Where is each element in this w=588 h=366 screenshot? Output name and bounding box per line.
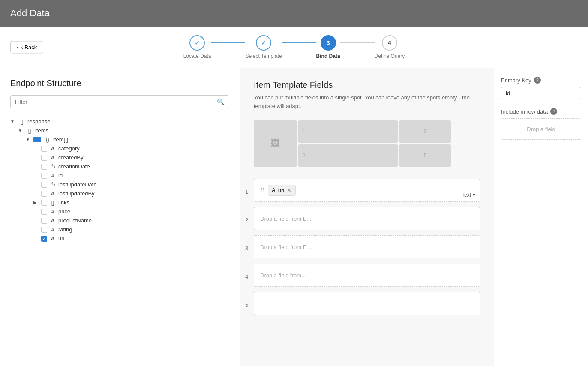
field-row-5[interactable] [254, 292, 480, 315]
main-content: Endpoint Structure 🔍 ▼ {} response ▼ [] … [0, 68, 588, 366]
step-4-label: Define Query [375, 53, 405, 59]
step-select-template: ✓ Select Template [245, 35, 282, 59]
type-icon: ⏱ [49, 163, 57, 170]
search-icon: 🔍 [217, 98, 225, 106]
tree-checkbox-price[interactable] [41, 209, 47, 215]
tree-row: ✓ A url [10, 234, 229, 243]
image-placeholder-icon: 🖼 [270, 138, 280, 149]
drag-handle-icon[interactable]: ⠿ [260, 186, 265, 195]
type-icon: A [49, 218, 57, 224]
step-4-circle: 4 [382, 35, 397, 51]
primary-key-label-text: Primary Key [501, 77, 531, 84]
tree-node-label: creationDate [58, 163, 90, 170]
tree-checkbox-lastupdatedate[interactable] [41, 182, 47, 188]
tree-row: ▶ [] links [10, 198, 229, 207]
tree-checkbox-productname[interactable] [41, 218, 47, 224]
left-panel-title: Endpoint Structure [10, 78, 229, 88]
template-cell-2: 2 [298, 144, 398, 167]
field-tag-close-button[interactable]: ✕ [287, 187, 292, 194]
back-button[interactable]: ‹ ‹ Back [10, 41, 43, 54]
tree-node-label: createdBy [58, 154, 84, 161]
step-define-query: 4 Define Query [375, 35, 405, 59]
tree-checkbox-id[interactable] [41, 173, 47, 179]
tree-row: ▼ — {} item[i] [10, 135, 229, 144]
field-type-dropdown[interactable]: Text ▾ [462, 192, 475, 198]
far-right-panel: Primary Key ? id Include in row data ? D… [494, 68, 588, 366]
field-row-3[interactable]: Drop a field from E... [254, 235, 480, 258]
field-num-3: 3 [245, 245, 248, 252]
field-num-5: 5 [245, 302, 248, 308]
tree-checkbox-rating[interactable] [41, 227, 47, 233]
field-row-container-3: 3 Drop a field from E... [254, 235, 480, 261]
template-preview-grid: 🖼 1 3 2 5 [254, 120, 451, 167]
tree-node-label: item[i] [53, 136, 68, 143]
tree-row: A createdBy [10, 153, 229, 162]
include-row-label-text: Include in row data [501, 108, 548, 115]
tree-checkbox-lastupdatedby[interactable] [41, 191, 47, 197]
tree-row: # price [10, 207, 229, 216]
include-row-label: Include in row data ? [501, 108, 581, 115]
tree-row: ⏱ lastUpdateDate [10, 180, 229, 189]
right-panel: Item Template Fields You can put multipl… [240, 68, 494, 366]
tree-node-label: items [35, 127, 48, 134]
tree-arrow-items[interactable]: ▼ [18, 128, 24, 133]
cell-label: 5 [424, 153, 427, 159]
field-row-4[interactable]: Drop a field from... [254, 264, 480, 287]
field-num-4: 4 [245, 273, 248, 280]
header: Add Data [0, 0, 588, 27]
template-cell-3: 3 [399, 120, 451, 143]
tree-checkbox-url[interactable]: ✓ [41, 236, 47, 242]
tree-node-label: links [58, 199, 69, 206]
field-row-container-2: 2 Drop a field from E... [254, 207, 480, 233]
type-icon: A [49, 191, 57, 197]
field-tag-url: A url ✕ [268, 185, 296, 196]
type-icon: {} [44, 137, 51, 143]
tree-minus-icon: — [33, 137, 41, 142]
chevron-down-icon: ▾ [473, 192, 475, 198]
type-icon: [] [26, 128, 33, 134]
template-cell-1: 1 [298, 120, 398, 143]
field-num-2: 2 [245, 217, 248, 223]
tree-checkbox-category[interactable] [41, 146, 47, 152]
field-row-3-placeholder: Drop a field from E... [260, 244, 311, 250]
type-icon: {} [18, 119, 26, 125]
cell-label: 1 [303, 129, 306, 135]
include-row-drop-zone[interactable]: Drop a field [501, 118, 581, 140]
back-label: ‹ Back [21, 44, 37, 51]
field-num-1: 1 [245, 189, 248, 195]
tree-row: A lastUpdatedBy [10, 189, 229, 198]
step-line-3 [340, 42, 375, 43]
tree-node-label: category [58, 145, 80, 152]
step-bind-data: 3 Bind Data [316, 35, 340, 59]
field-row-container-5: 5 [254, 292, 480, 318]
template-cell-5: 5 [399, 144, 451, 167]
steps-container: ✓ Locate Data ✓ Select Template 3 Bind D… [183, 35, 405, 59]
tree-node-label: price [58, 208, 70, 215]
tree-arrow-response[interactable]: ▼ [10, 119, 16, 124]
steps-bar: ‹ ‹ Back ✓ Locate Data ✓ Select Template… [0, 27, 588, 68]
back-arrow-icon: ‹ [17, 44, 18, 51]
field-tag-type-icon: A [272, 187, 276, 193]
type-icon: # [49, 227, 57, 233]
step-line-1 [211, 42, 245, 43]
drop-placeholder-text: Drop a field [527, 126, 555, 132]
step-3-circle: 3 [321, 35, 336, 51]
tree-arrow-item[interactable]: ▼ [26, 137, 32, 142]
field-row-2-placeholder: Drop a field from E... [260, 216, 311, 222]
tree-row: # id [10, 171, 229, 180]
field-row-container-1: 1 ⠿ A url ✕ Text ▾ [254, 179, 480, 204]
include-row-info-icon[interactable]: ? [550, 108, 557, 115]
primary-key-info-icon[interactable]: ? [534, 77, 541, 84]
field-row-1[interactable]: ⠿ A url ✕ Text ▾ [254, 179, 480, 202]
cell-label: 2 [303, 153, 306, 159]
tree-checkbox-creationdate[interactable] [41, 164, 47, 170]
tree-checkbox-links[interactable] [41, 200, 47, 206]
type-icon: A [49, 236, 57, 242]
tree: ▼ {} response ▼ [] items ▼ — {} item[i] [10, 117, 229, 243]
filter-input[interactable] [10, 95, 229, 108]
tree-node-label: lastUpdatedBy [58, 190, 95, 197]
template-cell-image: 🖼 [254, 120, 297, 167]
tree-arrow-links[interactable]: ▶ [33, 200, 39, 205]
tree-checkbox-createdby[interactable] [41, 155, 47, 161]
field-row-2[interactable]: Drop a field from E... [254, 207, 480, 230]
